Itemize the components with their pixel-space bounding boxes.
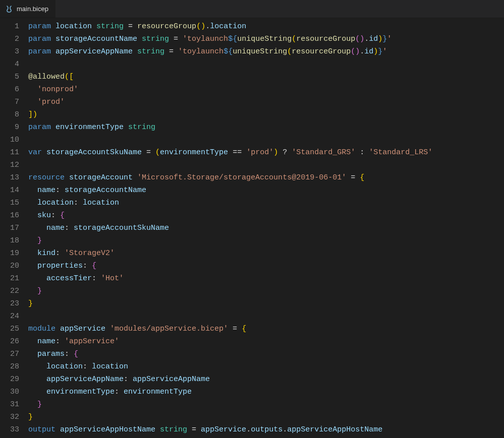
line-number: 11 [0,146,19,159]
line-number: 28 [0,360,19,373]
line-number: 22 [0,285,19,297]
code-line[interactable]: properties: { [28,260,504,272]
line-number: 32 [0,411,19,423]
code-line[interactable]: 'prod' [28,96,504,108]
code-line[interactable]: } [28,285,504,297]
tab-title: main.bicep [17,5,48,13]
code-line[interactable]: 'nonprod' [28,83,504,96]
line-number: 23 [0,297,19,310]
code-line[interactable]: var storageAccountSkuName = (environment… [28,146,504,159]
line-number: 2 [0,33,19,45]
code-line[interactable]: accessTier: 'Hot' [28,272,504,285]
line-number: 1 [0,20,19,33]
line-number: 26 [0,335,19,348]
line-number: 31 [0,398,19,411]
code-line[interactable]: module appService 'modules/appService.bi… [28,323,504,335]
code-line[interactable]: param environmentType string [28,121,504,134]
code-line[interactable]: } [28,234,504,247]
line-number: 9 [0,121,19,134]
code-line[interactable]: output appServiceAppHostName string = ap… [28,423,504,436]
line-number: 17 [0,222,19,234]
line-number: 19 [0,247,19,260]
code-line[interactable]: param storageAccountName string = 'toyla… [28,33,504,45]
line-number: 4 [0,58,19,71]
line-number: 14 [0,184,19,197]
tab-bar: main.bicep [0,0,504,18]
line-number: 13 [0,171,19,184]
code-line[interactable]: appServiceAppName: appServiceAppName [28,373,504,386]
code-area[interactable]: param location string = resourceGroup().… [28,20,504,436]
code-line[interactable]: param location string = resourceGroup().… [28,20,504,33]
line-number: 29 [0,373,19,386]
line-number: 3 [0,45,19,58]
line-number: 7 [0,96,19,108]
code-line[interactable] [28,58,504,71]
line-number: 27 [0,348,19,360]
code-line[interactable] [28,159,504,171]
code-line[interactable]: param appServiceAppName string = 'toylau… [28,45,504,58]
code-line[interactable]: sku: { [28,209,504,222]
code-line[interactable]: params: { [28,348,504,360]
line-number: 21 [0,272,19,285]
line-number: 33 [0,423,19,436]
bicep-file-icon [5,5,13,13]
code-line[interactable]: } [28,411,504,423]
line-number: 6 [0,83,19,96]
line-number: 25 [0,323,19,335]
line-number: 8 [0,108,19,121]
code-line[interactable]: name: storageAccountName [28,184,504,197]
code-line[interactable]: kind: 'StorageV2' [28,247,504,260]
code-line[interactable]: name: 'appService' [28,335,504,348]
code-line[interactable]: ]) [28,108,504,121]
code-line[interactable] [28,310,504,323]
code-line[interactable]: } [28,297,504,310]
line-number: 16 [0,209,19,222]
code-line[interactable]: } [28,398,504,411]
line-number: 5 [0,71,19,83]
code-line[interactable]: environmentType: environmentType [28,386,504,398]
line-number: 15 [0,197,19,209]
code-line[interactable]: name: storageAccountSkuName [28,222,504,234]
code-line[interactable]: resource storageAccount 'Microsoft.Stora… [28,171,504,184]
line-number: 20 [0,260,19,272]
code-editor[interactable]: 1234567891011121314151617181920212223242… [0,18,504,436]
tab-main-bicep[interactable]: main.bicep [0,0,56,18]
line-number: 24 [0,310,19,323]
line-number: 12 [0,159,19,171]
line-number-gutter: 1234567891011121314151617181920212223242… [0,20,28,436]
code-line[interactable]: location: location [28,197,504,209]
line-number: 10 [0,134,19,146]
code-line[interactable] [28,134,504,146]
code-line[interactable]: location: location [28,360,504,373]
code-line[interactable]: @allowed([ [28,71,504,83]
line-number: 18 [0,234,19,247]
line-number: 30 [0,386,19,398]
